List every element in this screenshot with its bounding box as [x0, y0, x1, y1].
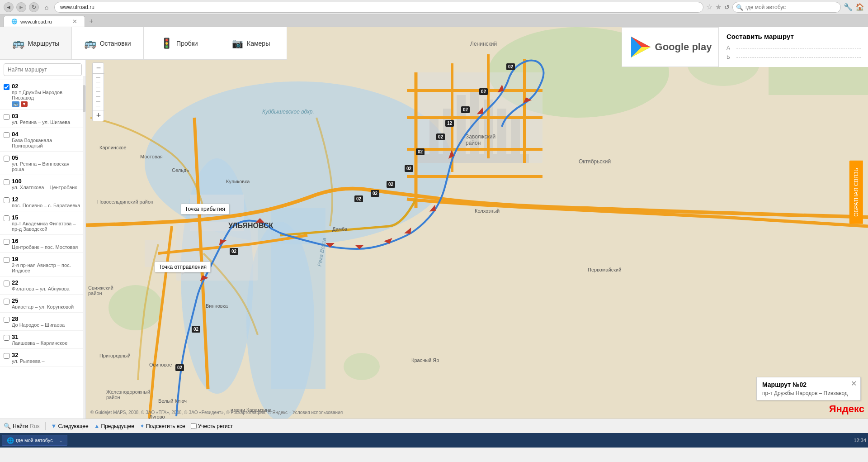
route-item-04[interactable]: 04 База Водоканала – Пригородный	[0, 128, 85, 152]
highlight-btn[interactable]: ✦ Подсветить все	[140, 423, 185, 429]
route-item-32[interactable]: 32 ул. Рылеева –	[0, 349, 85, 367]
svg-rect-18	[497, 109, 506, 154]
prev-btn[interactable]: ▲ Предыдущее	[94, 423, 134, 429]
route-item-28[interactable]: 28 До Народос – Шигаева	[0, 313, 85, 331]
refresh2-icon[interactable]: ↺	[724, 4, 730, 11]
nav-tab-traffic[interactable]: 🚦 Пробки	[144, 27, 216, 59]
gplay-logo-wrap: Google play	[629, 36, 712, 58]
route-info-box: ✕ Маршрут №02 пр-т Дружбы Народов – Пивз…	[756, 377, 861, 400]
map-label-damb: Дамба	[332, 226, 347, 232]
route-checkbox-16[interactable]	[4, 239, 9, 245]
route-checkbox-25[interactable]	[4, 299, 9, 305]
route-item-22[interactable]: 22 Филатова – ул. Аблукова	[0, 276, 85, 295]
nav-tab-cameras[interactable]: 📷 Камеры	[215, 27, 287, 59]
bus-marker-5: 02	[436, 133, 445, 140]
gplay-banner[interactable]: Google play	[622, 27, 719, 67]
taskbar-start-btn[interactable]: 🌐 где мой автобус – ...	[2, 435, 67, 446]
map-copyright: © Guidejet MAPS, 2008, © ЗАО «ТГА», 2008…	[90, 410, 343, 415]
route-checkbox-03[interactable]	[4, 114, 9, 120]
route-checkbox-15[interactable]	[4, 215, 9, 221]
highlight-icon: ✦	[140, 423, 145, 429]
address-bar[interactable]: www.ulroad.ru	[54, 2, 703, 13]
route-checkbox-05[interactable]	[4, 156, 9, 162]
route-maker-title: Составить маршрут	[726, 33, 861, 40]
home-icon[interactable]: 🏠	[855, 3, 864, 11]
route-item-19[interactable]: 19 2-я пр-ная Авиастр – пос. Индюее	[0, 253, 85, 276]
zoom-slider	[93, 74, 104, 110]
zoom-in-btn[interactable]: −	[93, 63, 104, 74]
map-label-zavolzhsky: Заволжскийрайон	[466, 133, 495, 146]
map-label-sel: Сельдь	[172, 167, 189, 173]
nav-tab-routes[interactable]: 🚌 Маршруты	[0, 27, 72, 59]
app-nav-bar: 🚌 Маршруты 🚌 Остановки 🚦 Пробки 📷 Камеры	[0, 27, 287, 60]
route-checkbox-04[interactable]	[4, 132, 9, 138]
browser-ext-icon[interactable]: 🔧	[844, 3, 853, 11]
app-wrapper: Лаишевка Протопоповка Карлинское Лошина …	[0, 27, 868, 433]
bus-marker-11: 02	[230, 248, 238, 255]
star-icon[interactable]: ☆	[706, 3, 712, 11]
point-b-label: Б	[726, 54, 733, 60]
point-b-dash	[736, 57, 861, 57]
route-maker-row-b: Б	[726, 54, 861, 60]
register-label: Учесть регист	[198, 423, 233, 429]
map-label-oktyabrsky: Октябрьский	[579, 158, 611, 165]
bus-marker-1: 02	[506, 63, 515, 70]
prev-arrow-icon: ▲	[94, 423, 100, 429]
route-item-16[interactable]: 16 Центробанк – пос. Мостовая	[0, 235, 85, 253]
route-item-12[interactable]: 12 пос. Поливно – с. Баратаевка	[0, 193, 85, 211]
route-checkbox-28[interactable]	[4, 317, 9, 323]
new-tab-btn[interactable]: +	[85, 16, 98, 27]
route-checkbox-02[interactable]	[4, 84, 9, 90]
zoom-out-btn[interactable]: +	[93, 110, 104, 121]
svg-rect-20	[416, 154, 529, 163]
svg-point-5	[108, 285, 163, 330]
map-label-krasny-yar: Красный Яр	[411, 357, 439, 363]
route-checkbox-22[interactable]	[4, 281, 9, 286]
find-lang: Rus	[30, 423, 39, 429]
stops-label: Остановки	[100, 40, 131, 47]
sidebar-search-input[interactable]	[4, 63, 82, 76]
bus-marker-6: 02	[416, 148, 425, 155]
route-checkbox-31[interactable]	[4, 335, 9, 341]
route-checkbox-32[interactable]	[4, 353, 9, 359]
sidebar-scrollbar[interactable]	[83, 76, 85, 419]
route-checkbox-19[interactable]	[4, 257, 9, 263]
address-text: www.ulroad.ru	[60, 4, 94, 10]
route-item-02[interactable]: 02 пр-т Дружбы Народов – Пивзавод 🚌 ▼	[0, 80, 85, 110]
route-item-25[interactable]: 25 Авиастар – ул. Корунковой	[0, 295, 85, 313]
route-item-03[interactable]: 03 ул. Репина – ул. Шигаева	[0, 110, 85, 128]
bus-marker-10: 02	[354, 195, 363, 202]
gplay-icon	[629, 36, 651, 58]
traffic-icon: 🚦	[160, 38, 173, 49]
register-checkbox[interactable]	[191, 423, 197, 429]
map-label-vinnovka: Винновка	[206, 303, 228, 309]
next-btn[interactable]: ▼ Следующее	[51, 423, 89, 429]
feedback-btn[interactable]: ОБРАТНАЯ СВЯЗЬ	[849, 161, 863, 224]
route-checkbox-12[interactable]	[4, 197, 9, 203]
route-item-31[interactable]: 31 Лаишевка – Карлинское	[0, 331, 85, 349]
nav-back-btn[interactable]: ◄	[4, 2, 14, 12]
map-label-bely-klyuch: Белый Ключ	[158, 398, 187, 404]
map-label-karlinskoe: Карлинское	[99, 145, 127, 150]
browser-tab-active[interactable]: 🌐 www.ulroad.ru ✕	[4, 16, 85, 27]
prev-label: Предыдущее	[101, 423, 134, 429]
taskbar: 🌐 где мой автобус – ... 12:34	[0, 433, 868, 448]
route-checkbox-100[interactable]	[4, 179, 9, 185]
route-item-100[interactable]: 100 ул. Хлатпкова – Центробанк	[0, 175, 85, 193]
bottom-search-bar: 🔍 Найти Rus ▼ Следующее ▲ Предыдущее ✦ П…	[0, 419, 868, 433]
tooltip-arrival: Точка прибытия	[181, 204, 229, 214]
bus-marker-12: 02	[192, 326, 200, 333]
nav-forward-btn[interactable]: ►	[16, 2, 26, 12]
star2-icon[interactable]: ★	[715, 3, 722, 11]
nav-home-btn[interactable]: ⌂	[42, 2, 52, 12]
route-item-05[interactable]: 05 ул. Репина – Винновская роща	[0, 152, 85, 175]
route-item-15[interactable]: 15 пр-т Академика Филатова – пр-д Заводс…	[0, 211, 85, 235]
route-02-info: 02 пр-т Дружбы Народов – Пивзавод 🚌 ▼	[12, 83, 82, 107]
stops-icon: 🚌	[84, 38, 96, 49]
browser-search-input[interactable]	[732, 2, 841, 13]
nav-tab-stops[interactable]: 🚌 Остановки	[72, 27, 144, 59]
map-label-prigorodny: Пригородный	[99, 353, 131, 358]
map-area[interactable]: Лаишевка Протопоповка Карлинское Лошина …	[0, 27, 868, 419]
nav-refresh-btn[interactable]: ↻	[29, 2, 39, 12]
route-info-close[interactable]: ✕	[851, 379, 857, 388]
